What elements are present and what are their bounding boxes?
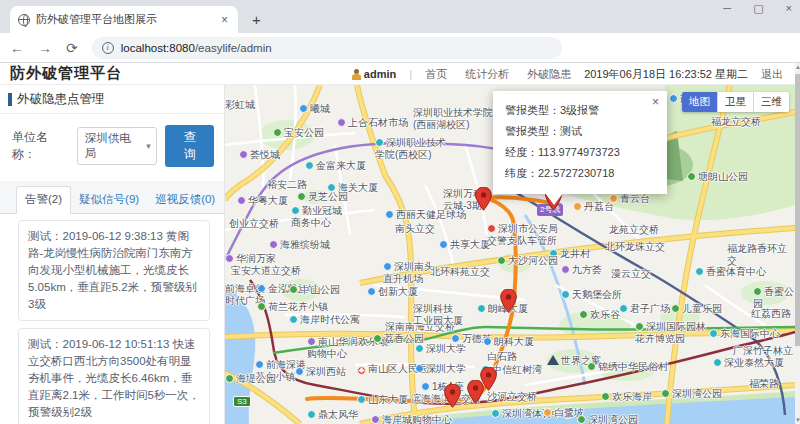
nav-item-0[interactable]: 首页 [425,67,447,82]
map-label: 海雅缤纷城 [269,239,330,251]
map-type-button-0[interactable]: 地图 [682,92,718,112]
map-label: 白石路 [487,351,517,363]
refresh-button[interactable]: ⟳ [66,40,78,56]
url-host: localhost:8080 [121,42,195,54]
map-label: 共享大厦 [439,239,490,251]
map-label: 君子广场 [619,303,670,315]
map-label-text: 深圳科技 工业园大厦 [413,303,463,326]
logout-link[interactable]: 退出 [761,67,783,82]
scroll-down-arrow-icon[interactable]: ▼ [795,416,800,424]
map-label: 海岸城购物中心 [371,414,452,424]
map-label-text: 白石路 [487,351,517,362]
unit-select[interactable]: 深圳供电局 ▼ [77,127,158,165]
sidebar-tab-0[interactable]: 告警(2) [16,186,71,214]
teal-poi-icon [291,206,300,215]
map-label: 海堤公园 [225,373,276,385]
map-label: 深圳大学 [415,363,466,375]
window-close-button[interactable]: × [786,2,792,15]
red-poi-icon [487,224,496,233]
scroll-up-arrow-icon[interactable]: ▲ [795,63,800,71]
map-label: 宝安大道立交桥 [231,265,301,277]
app-header: 防外破管理平台 admin | 首页统计分析外破隐患 2019年06月18日 1… [0,63,795,85]
orange-poi-icon [609,194,618,203]
map-label-text: 深圳湾公园 [588,414,638,424]
map-label: 福龙路香环立交 [727,243,795,267]
chevron-down-icon: ▼ [144,142,152,151]
purple-poi-icon [307,337,316,346]
alert-message-list: 测试：2019-06-12 9:38:13 黄阁路-龙岗慢性病防治院南门东南方向… [0,214,224,424]
teal-poi-icon [305,161,314,170]
purple-poi-icon [225,254,234,263]
query-button[interactable]: 查询 [165,125,214,167]
map-label: 香蜜体育中心 [695,266,766,278]
scrollbar-thumb[interactable] [795,74,800,346]
map-label: 欢乐谷 [579,309,620,321]
map-label: 朗科大厦 [483,336,534,348]
map-label: 海岸时代公寓 [289,314,360,326]
map-label-text: 裕安二路 [267,179,307,190]
window-minimize-button[interactable]: ─ [723,2,731,15]
map-label: 荷兰花卉小镇 [257,301,328,313]
map-label-text: 华粤大厦 [248,195,288,206]
nav-item-2[interactable]: 外破隐患 [527,67,571,82]
popup-tail [545,193,563,205]
map-label-text: 深业泰然大厦 [724,357,784,368]
map-label: 深圳湾公园 [661,388,722,400]
site-info-icon[interactable]: i [102,42,114,54]
blue-poi-icon [367,287,376,296]
incident-marker-icon[interactable] [444,384,461,412]
teal-poi-icon [289,315,298,324]
blue-poi-icon [295,367,304,376]
popup-close-icon[interactable]: × [652,95,659,109]
map-label: 中山公园 [289,284,340,296]
map-label: 福龙立交桥 [711,116,761,128]
orange-poi-icon [543,408,552,417]
map-label-text: 深圳职业技术 学院(西校区) [375,137,446,160]
browser-tab-bar: 防外破管理平台地图展示 × + ─ ▢ × [0,0,800,33]
map-label-text: 海堤公园 [236,373,276,384]
map-label-text: 鼎太风华 [318,409,358,420]
incident-marker-icon[interactable] [500,289,517,317]
map-label: 东海国际中心 [709,328,780,340]
map-label-text: 欢乐海岸 [612,391,652,402]
map-label: 大沙河公园 [497,255,558,267]
map-label-text: 深圳西站 [306,366,346,377]
forward-button[interactable]: → [38,40,52,56]
tab-close-icon[interactable]: × [219,13,230,27]
sidebar: 外破隐患点管理 单位名称： 深圳供电局 ▼ 查询 告警(2)疑似信号(9)巡视反… [0,85,225,424]
green-poi-icon [257,302,266,311]
tab-title: 防外破管理平台地图展示 [36,12,213,27]
map-label-text: 北环科苑立交 [430,266,490,277]
map-type-switcher: 地图卫星三维 [682,92,789,112]
cross-poi-icon: + [357,366,366,375]
map-label-text: 中信红树湾 [492,364,542,375]
map-container[interactable]: 彩虹城曦城上合石材市场宝安公园荟悦城深圳职业技术学院 (西丽湖校区)深圳职业技术… [225,85,795,424]
map-label: 南头立交 [395,223,435,235]
green-poi-icon [297,192,306,201]
window-maximize-button[interactable]: ▢ [753,2,763,15]
teal-poi-icon [695,267,704,276]
map-label: 上合石材市场 [337,117,408,129]
map-label: 锦绣中华民俗村 [587,361,668,373]
incident-marker-icon[interactable] [475,187,492,215]
page-scrollbar[interactable]: ▲ ▼ [795,63,800,424]
popup-line: 警报类型：3级报警 [505,100,655,121]
user-avatar-icon [351,69,362,80]
map-type-button-1[interactable]: 卫星 [718,92,754,112]
address-input[interactable]: i localhost:8080 /easylife/admin [92,37,562,59]
green-poi-icon [579,310,588,319]
nav-item-1[interactable]: 统计分析 [465,67,509,82]
sidebar-tab-2[interactable]: 巡视反馈(0) [147,187,223,213]
url-path: /easylife/admin [195,42,272,54]
incident-marker-icon[interactable] [467,380,484,408]
user-block[interactable]: admin [351,68,396,80]
sidebar-tab-1[interactable]: 疑似信号(9) [71,187,147,213]
back-button[interactable]: ← [10,40,24,56]
sidebar-tabs: 告警(2)疑似信号(9)巡视反馈(0)历史信息(20) [0,181,224,214]
teal-poi-icon [713,358,722,367]
teal-poi-icon [375,138,384,147]
new-tab-button[interactable]: + [252,13,261,27]
browser-tab[interactable]: 防外破管理平台地图展示 × [10,6,238,33]
map-type-button-2[interactable]: 三维 [754,92,789,112]
map-label-text: 北环龙珠立交 [605,241,665,252]
